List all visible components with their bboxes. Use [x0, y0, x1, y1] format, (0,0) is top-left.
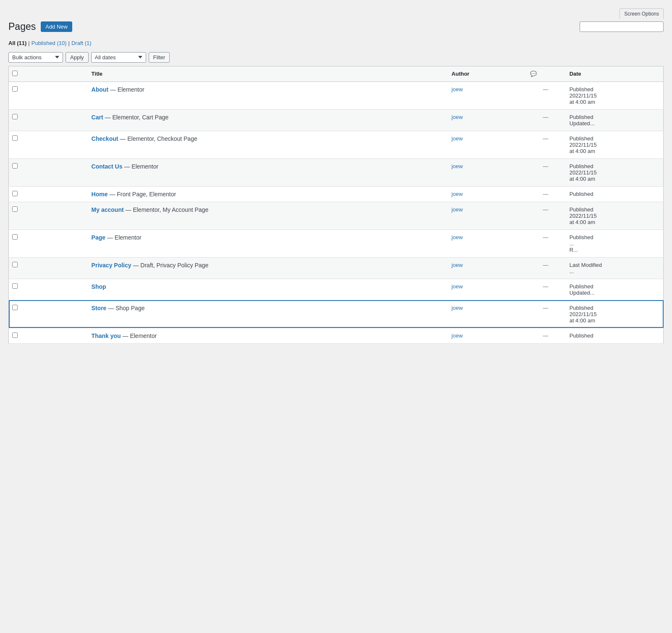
row-checkbox-cell	[9, 109, 87, 131]
row-checkbox[interactable]	[12, 163, 18, 169]
row-author-cell: joew	[447, 109, 526, 131]
comments-value: —	[543, 163, 548, 169]
author-link[interactable]: joew	[452, 86, 463, 92]
author-link[interactable]: joew	[452, 206, 463, 213]
row-checkbox[interactable]	[12, 332, 18, 338]
row-date-cell: Published Updated...	[565, 109, 664, 131]
author-link[interactable]: joew	[452, 283, 463, 290]
author-column-header: Author	[447, 66, 526, 82]
row-checkbox-cell	[9, 279, 87, 300]
author-link[interactable]: joew	[452, 114, 463, 120]
table-row: About — ElementorEdit | Quick Edit | Tra…	[9, 82, 664, 109]
status-filter-published[interactable]: Published (10)	[32, 40, 67, 46]
row-author-cell: joew	[447, 202, 526, 229]
author-link[interactable]: joew	[452, 163, 463, 169]
search-input[interactable]	[580, 21, 664, 32]
apply-button[interactable]: Apply	[66, 52, 89, 63]
row-checkbox[interactable]	[12, 262, 18, 267]
row-checkbox[interactable]	[12, 191, 18, 196]
author-link[interactable]: joew	[452, 262, 463, 268]
row-date-cell: Published	[565, 186, 664, 202]
comments-value: —	[543, 135, 548, 142]
row-checkbox[interactable]	[12, 86, 18, 92]
page-subtitle: — Elementor	[121, 332, 157, 339]
row-title-cell: Page — ElementorEdit | Quick Edit | Tras…	[87, 229, 447, 257]
row-checkbox-cell	[9, 202, 87, 229]
page-title-link[interactable]: Thank you	[92, 332, 121, 339]
status-filter-all[interactable]: All (11)	[8, 40, 26, 46]
author-link[interactable]: joew	[452, 135, 463, 142]
row-date-cell: Published 2022/11/15 at 4:00 am	[565, 82, 664, 109]
page-subtitle: — Elementor, Checkout Page	[118, 135, 197, 142]
page-title-link[interactable]: Page	[92, 234, 105, 241]
page-title-link[interactable]: Contact Us	[92, 163, 123, 170]
page-title-link[interactable]: Checkout	[92, 135, 118, 142]
row-checkbox-cell	[9, 300, 87, 328]
row-title-cell: About — ElementorEdit | Quick Edit | Tra…	[87, 82, 447, 109]
bulk-actions-select[interactable]: Bulk actions Edit Move to Trash	[8, 52, 63, 63]
table-row: ShopEdit | Quick Edit | Trash | Viewjoew…	[9, 279, 664, 300]
page-title-link[interactable]: Privacy Policy	[92, 262, 131, 269]
row-comments-cell: —	[526, 131, 565, 158]
row-author-cell: joew	[447, 279, 526, 300]
row-date-cell: Published ... R...	[565, 229, 664, 257]
add-new-button[interactable]: Add New	[41, 21, 72, 32]
page-title-link[interactable]: Store	[92, 305, 107, 311]
screen-options-button[interactable]: Screen Options	[620, 8, 664, 19]
date-value: Published	[570, 191, 593, 197]
page-subtitle: — Draft, Privacy Policy Page	[131, 262, 209, 269]
row-date-cell: Published 2022/11/15 at 4:00 am	[565, 131, 664, 158]
row-checkbox[interactable]	[12, 283, 18, 289]
author-link[interactable]: joew	[452, 332, 463, 339]
row-checkbox-cell	[9, 257, 87, 279]
page-subtitle: — Elementor	[108, 86, 144, 93]
filter-button[interactable]: Filter	[149, 52, 170, 63]
author-link[interactable]: joew	[452, 191, 463, 197]
page-title-link[interactable]: Cart	[92, 114, 103, 121]
date-value: Published 2022/11/15 at 4:00 am	[570, 135, 597, 154]
page-subtitle: — Elementor	[123, 163, 159, 170]
pages-table: Title Author 💬 Date About — ElementorEdi…	[8, 66, 664, 344]
row-checkbox[interactable]	[12, 114, 18, 119]
row-checkbox[interactable]	[12, 305, 18, 310]
author-link[interactable]: joew	[452, 305, 463, 311]
row-comments-cell: —	[526, 328, 565, 343]
date-column-header: Date	[565, 66, 664, 82]
title-column-header[interactable]: Title	[87, 66, 447, 82]
page-title-link[interactable]: My account	[92, 206, 124, 213]
row-checkbox[interactable]	[12, 135, 18, 141]
status-filter-draft[interactable]: Draft (1)	[71, 40, 92, 46]
page-title-link[interactable]: About	[92, 86, 108, 93]
row-comments-cell: —	[526, 109, 565, 131]
comments-value: —	[543, 234, 548, 240]
row-date-cell: Published	[565, 328, 664, 343]
row-comments-cell: —	[526, 202, 565, 229]
row-checkbox-cell	[9, 82, 87, 109]
row-checkbox[interactable]	[12, 234, 18, 240]
page-title-link[interactable]: Shop	[92, 283, 106, 290]
page-subtitle: — Shop Page	[106, 305, 144, 311]
row-author-cell: joew	[447, 300, 526, 328]
date-value: Published 2022/11/15 at 4:00 am	[570, 163, 597, 182]
row-title-cell: Privacy Policy — Draft, Privacy Policy P…	[87, 257, 447, 279]
comments-value: —	[543, 191, 548, 197]
dates-filter-select[interactable]: All dates November 2022 October 2022	[91, 52, 146, 63]
comment-bubble-icon: 💬	[530, 71, 537, 77]
author-link[interactable]: joew	[452, 234, 463, 240]
row-comments-cell: —	[526, 158, 565, 186]
row-checkbox-cell	[9, 328, 87, 343]
row-checkbox[interactable]	[12, 206, 18, 212]
row-title-cell: Contact Us — ElementorEdit | Quick Edit …	[87, 158, 447, 186]
row-title-cell: Home — Front Page, ElementorEdit | Quick…	[87, 186, 447, 202]
row-date-cell: Published 2022/11/15 at 4:00 am	[565, 158, 664, 186]
page-title-link[interactable]: Home	[92, 191, 108, 198]
row-comments-cell: —	[526, 229, 565, 257]
page-title: Pages	[8, 21, 36, 33]
select-all-checkbox[interactable]	[12, 71, 18, 76]
date-value: Published ... R...	[570, 234, 593, 253]
select-all-column[interactable]	[9, 66, 87, 82]
date-value: Published 2022/11/15 at 4:00 am	[570, 86, 597, 105]
table-row: Checkout — Elementor, Checkout PageEdit …	[9, 131, 664, 158]
date-value: Published 2022/11/15 at 4:00 am	[570, 305, 597, 324]
row-title-cell: Thank you — ElementorEdit | Quick Edit |…	[87, 328, 447, 343]
